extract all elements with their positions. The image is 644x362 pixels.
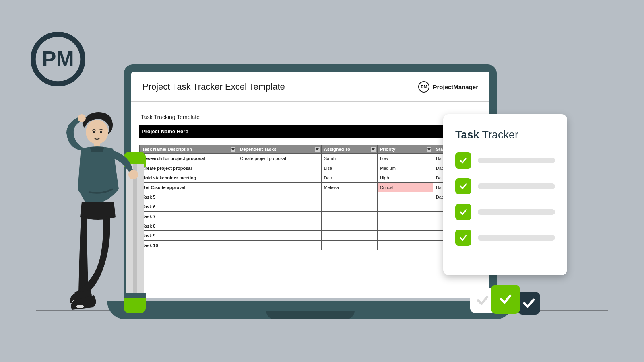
svg-text:PM: PM [42,47,74,71]
cell-dep [237,163,322,173]
cell-assigned [321,241,377,250]
laptop-notch [266,311,355,319]
task-tracker-card: Task Tracker [443,114,567,275]
tile-dark [518,292,540,315]
card-row [455,204,555,220]
pm-logo: PM [30,31,86,87]
placeholder-bar [478,183,555,189]
cell-dep [237,192,322,202]
dropdown-icon[interactable] [371,147,376,152]
svg-point-3 [93,131,95,133]
cell-priority: High [377,173,433,183]
cell-assigned: Lisa [321,163,377,173]
dropdown-icon[interactable] [315,147,320,152]
table-row: Get C-suite approvalMelissaCriticalDate [140,183,489,192]
cell-assigned [321,212,377,221]
table-row: Task 8 [140,221,489,231]
check-icon [455,230,471,246]
cell-dep [237,221,322,231]
cell-priority [377,231,433,241]
brand-icon: PM [418,81,429,93]
table-row: Hold stakeholder meetingDanHighDate [140,173,489,183]
check-icon [455,152,471,169]
subtitle: Task Tracking Template [141,114,489,120]
cell-dep [237,241,322,250]
placeholder-bar [478,235,555,241]
cell-dep [237,212,322,221]
check-tiles [470,285,545,317]
table-row: Task 5Date [140,192,489,202]
table-row: Task 10 [140,241,489,250]
svg-point-4 [100,131,102,133]
svg-point-9 [76,305,84,308]
dropdown-icon[interactable] [427,147,431,152]
cell-assigned [321,192,377,202]
person-illustration [42,109,163,334]
cell-priority: Medium [377,163,433,173]
placeholder-bar [478,158,555,163]
laptop-bezel: Project Task Tracker Excel Template PM P… [124,64,497,298]
page-title: Project Task Tracker Excel Template [142,82,285,92]
cell-priority [377,212,433,221]
cell-priority: Low [377,154,433,163]
laptop: Project Task Tracker Excel Template PM P… [124,64,497,314]
placeholder-bar [478,209,555,215]
col-assigned[interactable]: Assigned To [321,145,377,154]
cell-assigned [321,231,377,241]
brand-name: ProjectManager [433,84,478,90]
table-row: Task 9 [140,231,489,241]
cell-priority [377,241,433,250]
svg-point-6 [128,170,138,179]
cell-assigned [321,202,377,212]
cell-assigned: Melissa [321,183,377,192]
table-row: Research for project proposalCreate proj… [140,154,489,163]
dropdown-icon[interactable] [231,147,235,152]
cell-priority: Critical [377,183,433,192]
cell-assigned: Dan [321,173,377,183]
cell-assigned [321,221,377,231]
screen-body: Task Tracking Template Project Name Here… [131,102,489,250]
svg-point-7 [78,114,86,122]
card-row [455,178,555,194]
cell-dep [237,231,322,241]
card-title: Task Tracker [455,129,555,141]
brand: PM ProjectManager [418,81,478,93]
cell-dep [237,202,322,212]
svg-point-2 [86,120,108,144]
col-priority[interactable]: Priority [377,145,433,154]
cell-dep [237,183,322,192]
tile-green [491,285,520,314]
cell-assigned: Sarah [321,154,377,163]
cell-priority [377,221,433,231]
cell-priority [377,202,433,212]
project-name-bar: Project Name Here [139,125,489,138]
task-table: Task Name/ Description Dependent Tasks A… [139,145,489,250]
laptop-screen: Project Task Tracker Excel Template PM P… [131,72,489,298]
check-icon [455,178,471,194]
table-row: Task 7 [140,212,489,221]
table-row: Create project proposalLisaMediumDate [140,163,489,173]
check-icon [455,204,471,220]
card-row [455,152,555,169]
cell-dep: Create project proposal [237,154,322,163]
cell-dep [237,173,322,183]
col-dep[interactable]: Dependent Tasks [237,145,322,154]
card-row [455,230,555,246]
table-row: Task 6 [140,202,489,212]
screen-header: Project Task Tracker Excel Template PM P… [131,72,489,102]
cell-priority [377,192,433,202]
